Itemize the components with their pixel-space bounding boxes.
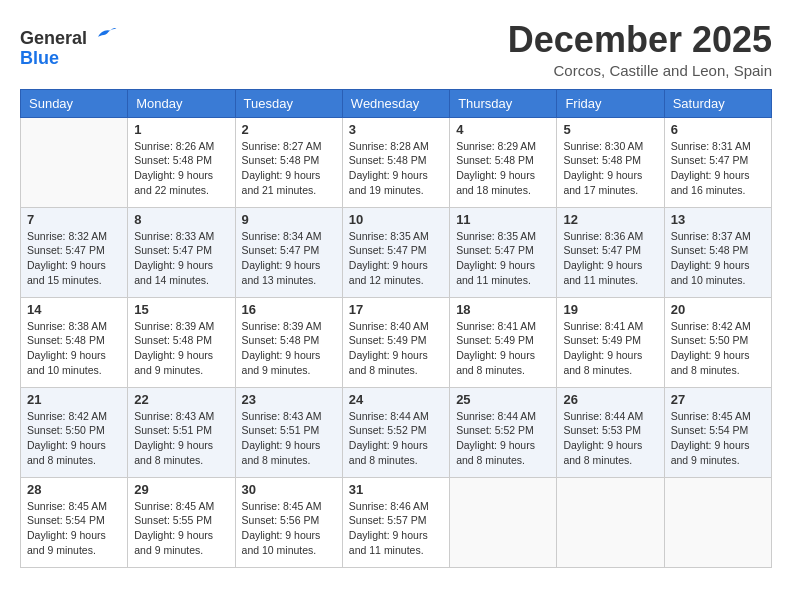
- day-info: Sunrise: 8:41 AMSunset: 5:49 PMDaylight:…: [563, 319, 657, 378]
- logo-text: General: [20, 20, 118, 49]
- calendar-day-cell: 23Sunrise: 8:43 AMSunset: 5:51 PMDayligh…: [235, 387, 342, 477]
- day-number: 13: [671, 212, 765, 227]
- col-header-wednesday: Wednesday: [342, 89, 449, 117]
- day-info: Sunrise: 8:45 AMSunset: 5:54 PMDaylight:…: [671, 409, 765, 468]
- calendar-day-cell: 25Sunrise: 8:44 AMSunset: 5:52 PMDayligh…: [450, 387, 557, 477]
- day-info: Sunrise: 8:26 AMSunset: 5:48 PMDaylight:…: [134, 139, 228, 198]
- day-number: 20: [671, 302, 765, 317]
- calendar-day-cell: 1Sunrise: 8:26 AMSunset: 5:48 PMDaylight…: [128, 117, 235, 207]
- day-info: Sunrise: 8:31 AMSunset: 5:47 PMDaylight:…: [671, 139, 765, 198]
- day-number: 22: [134, 392, 228, 407]
- day-info: Sunrise: 8:40 AMSunset: 5:49 PMDaylight:…: [349, 319, 443, 378]
- day-number: 9: [242, 212, 336, 227]
- day-info: Sunrise: 8:44 AMSunset: 5:52 PMDaylight:…: [456, 409, 550, 468]
- day-number: 26: [563, 392, 657, 407]
- day-info: Sunrise: 8:45 AMSunset: 5:56 PMDaylight:…: [242, 499, 336, 558]
- location-subtitle: Corcos, Castille and Leon, Spain: [508, 62, 772, 79]
- day-number: 21: [27, 392, 121, 407]
- calendar-day-cell: 10Sunrise: 8:35 AMSunset: 5:47 PMDayligh…: [342, 207, 449, 297]
- empty-cell: [21, 117, 128, 207]
- calendar-day-cell: 22Sunrise: 8:43 AMSunset: 5:51 PMDayligh…: [128, 387, 235, 477]
- calendar-day-cell: 26Sunrise: 8:44 AMSunset: 5:53 PMDayligh…: [557, 387, 664, 477]
- day-info: Sunrise: 8:42 AMSunset: 5:50 PMDaylight:…: [671, 319, 765, 378]
- day-number: 18: [456, 302, 550, 317]
- day-number: 16: [242, 302, 336, 317]
- day-number: 2: [242, 122, 336, 137]
- calendar-day-cell: 20Sunrise: 8:42 AMSunset: 5:50 PMDayligh…: [664, 297, 771, 387]
- calendar-day-cell: 14Sunrise: 8:38 AMSunset: 5:48 PMDayligh…: [21, 297, 128, 387]
- calendar-day-cell: 8Sunrise: 8:33 AMSunset: 5:47 PMDaylight…: [128, 207, 235, 297]
- day-info: Sunrise: 8:41 AMSunset: 5:49 PMDaylight:…: [456, 319, 550, 378]
- day-info: Sunrise: 8:44 AMSunset: 5:52 PMDaylight:…: [349, 409, 443, 468]
- calendar-day-cell: 11Sunrise: 8:35 AMSunset: 5:47 PMDayligh…: [450, 207, 557, 297]
- col-header-saturday: Saturday: [664, 89, 771, 117]
- calendar-header-row: SundayMondayTuesdayWednesdayThursdayFrid…: [21, 89, 772, 117]
- day-info: Sunrise: 8:37 AMSunset: 5:48 PMDaylight:…: [671, 229, 765, 288]
- col-header-thursday: Thursday: [450, 89, 557, 117]
- calendar-day-cell: 31Sunrise: 8:46 AMSunset: 5:57 PMDayligh…: [342, 477, 449, 567]
- day-info: Sunrise: 8:39 AMSunset: 5:48 PMDaylight:…: [242, 319, 336, 378]
- day-info: Sunrise: 8:29 AMSunset: 5:48 PMDaylight:…: [456, 139, 550, 198]
- day-info: Sunrise: 8:45 AMSunset: 5:55 PMDaylight:…: [134, 499, 228, 558]
- day-number: 29: [134, 482, 228, 497]
- day-info: Sunrise: 8:35 AMSunset: 5:47 PMDaylight:…: [456, 229, 550, 288]
- day-info: Sunrise: 8:46 AMSunset: 5:57 PMDaylight:…: [349, 499, 443, 558]
- calendar-day-cell: 3Sunrise: 8:28 AMSunset: 5:48 PMDaylight…: [342, 117, 449, 207]
- logo: General Blue: [20, 20, 118, 69]
- day-number: 31: [349, 482, 443, 497]
- day-number: 1: [134, 122, 228, 137]
- page-header: General Blue December 2025 Corcos, Casti…: [20, 20, 772, 79]
- logo-blue-text: Blue: [20, 49, 118, 69]
- day-number: 15: [134, 302, 228, 317]
- calendar-day-cell: 24Sunrise: 8:44 AMSunset: 5:52 PMDayligh…: [342, 387, 449, 477]
- calendar-day-cell: 29Sunrise: 8:45 AMSunset: 5:55 PMDayligh…: [128, 477, 235, 567]
- day-number: 28: [27, 482, 121, 497]
- day-number: 14: [27, 302, 121, 317]
- day-info: Sunrise: 8:44 AMSunset: 5:53 PMDaylight:…: [563, 409, 657, 468]
- calendar-day-cell: 5Sunrise: 8:30 AMSunset: 5:48 PMDaylight…: [557, 117, 664, 207]
- logo-bird-icon: [94, 20, 118, 44]
- calendar-day-cell: 27Sunrise: 8:45 AMSunset: 5:54 PMDayligh…: [664, 387, 771, 477]
- day-info: Sunrise: 8:43 AMSunset: 5:51 PMDaylight:…: [134, 409, 228, 468]
- day-number: 12: [563, 212, 657, 227]
- title-block: December 2025 Corcos, Castille and Leon,…: [508, 20, 772, 79]
- day-number: 19: [563, 302, 657, 317]
- calendar-day-cell: 7Sunrise: 8:32 AMSunset: 5:47 PMDaylight…: [21, 207, 128, 297]
- calendar-day-cell: 21Sunrise: 8:42 AMSunset: 5:50 PMDayligh…: [21, 387, 128, 477]
- day-info: Sunrise: 8:34 AMSunset: 5:47 PMDaylight:…: [242, 229, 336, 288]
- day-info: Sunrise: 8:43 AMSunset: 5:51 PMDaylight:…: [242, 409, 336, 468]
- day-number: 27: [671, 392, 765, 407]
- col-header-sunday: Sunday: [21, 89, 128, 117]
- day-info: Sunrise: 8:32 AMSunset: 5:47 PMDaylight:…: [27, 229, 121, 288]
- day-number: 7: [27, 212, 121, 227]
- calendar-week-row: 14Sunrise: 8:38 AMSunset: 5:48 PMDayligh…: [21, 297, 772, 387]
- calendar-day-cell: 12Sunrise: 8:36 AMSunset: 5:47 PMDayligh…: [557, 207, 664, 297]
- calendar-week-row: 7Sunrise: 8:32 AMSunset: 5:47 PMDaylight…: [21, 207, 772, 297]
- day-info: Sunrise: 8:36 AMSunset: 5:47 PMDaylight:…: [563, 229, 657, 288]
- day-number: 11: [456, 212, 550, 227]
- day-number: 6: [671, 122, 765, 137]
- empty-cell: [557, 477, 664, 567]
- day-info: Sunrise: 8:45 AMSunset: 5:54 PMDaylight:…: [27, 499, 121, 558]
- day-info: Sunrise: 8:35 AMSunset: 5:47 PMDaylight:…: [349, 229, 443, 288]
- day-number: 17: [349, 302, 443, 317]
- col-header-monday: Monday: [128, 89, 235, 117]
- calendar-day-cell: 19Sunrise: 8:41 AMSunset: 5:49 PMDayligh…: [557, 297, 664, 387]
- calendar-day-cell: 18Sunrise: 8:41 AMSunset: 5:49 PMDayligh…: [450, 297, 557, 387]
- calendar-week-row: 28Sunrise: 8:45 AMSunset: 5:54 PMDayligh…: [21, 477, 772, 567]
- col-header-tuesday: Tuesday: [235, 89, 342, 117]
- month-title: December 2025: [508, 20, 772, 60]
- calendar-day-cell: 16Sunrise: 8:39 AMSunset: 5:48 PMDayligh…: [235, 297, 342, 387]
- calendar-day-cell: 28Sunrise: 8:45 AMSunset: 5:54 PMDayligh…: [21, 477, 128, 567]
- calendar-day-cell: 30Sunrise: 8:45 AMSunset: 5:56 PMDayligh…: [235, 477, 342, 567]
- day-info: Sunrise: 8:30 AMSunset: 5:48 PMDaylight:…: [563, 139, 657, 198]
- calendar-day-cell: 6Sunrise: 8:31 AMSunset: 5:47 PMDaylight…: [664, 117, 771, 207]
- day-number: 23: [242, 392, 336, 407]
- calendar-day-cell: 9Sunrise: 8:34 AMSunset: 5:47 PMDaylight…: [235, 207, 342, 297]
- day-info: Sunrise: 8:33 AMSunset: 5:47 PMDaylight:…: [134, 229, 228, 288]
- calendar-day-cell: 15Sunrise: 8:39 AMSunset: 5:48 PMDayligh…: [128, 297, 235, 387]
- calendar-week-row: 21Sunrise: 8:42 AMSunset: 5:50 PMDayligh…: [21, 387, 772, 477]
- day-info: Sunrise: 8:27 AMSunset: 5:48 PMDaylight:…: [242, 139, 336, 198]
- day-number: 24: [349, 392, 443, 407]
- calendar-table: SundayMondayTuesdayWednesdayThursdayFrid…: [20, 89, 772, 568]
